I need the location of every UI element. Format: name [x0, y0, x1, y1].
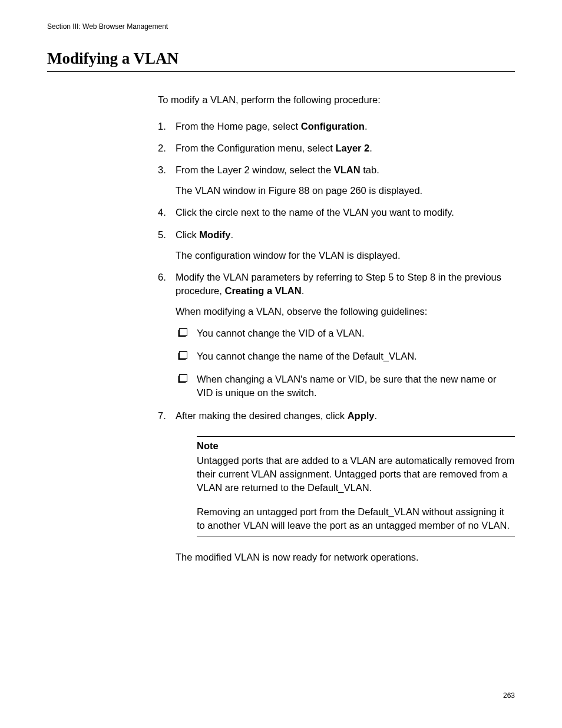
- guideline-text: You cannot change the name of the Defaul…: [197, 351, 417, 361]
- step-text: Modify the VLAN parameters by referring …: [176, 272, 501, 296]
- step-number: 3.: [158, 163, 166, 177]
- step-number: 7.: [158, 409, 166, 423]
- step-number: 5.: [158, 228, 166, 242]
- step-text: From the Home page, select Configuration…: [176, 121, 368, 131]
- step-text: From the Configuration menu, select Laye…: [176, 143, 372, 153]
- guideline-item: You cannot change the name of the Defaul…: [176, 350, 515, 363]
- checkbox-icon: [179, 328, 187, 336]
- content-body: To modify a VLAN, perform the following …: [158, 93, 515, 564]
- note-paragraph: Untagged ports that are added to a VLAN …: [197, 454, 515, 495]
- step-extra-text: When modifying a VLAN, observe the follo…: [176, 305, 515, 318]
- checkbox-icon: [179, 374, 187, 382]
- step-extra-text: The VLAN window in Figure 88 on page 260…: [176, 184, 515, 197]
- checkbox-icon: [179, 351, 187, 359]
- guidelines-list: You cannot change the VID of a VLAN. You…: [176, 327, 515, 400]
- guideline-item: You cannot change the VID of a VLAN.: [176, 327, 515, 340]
- step-3: 3. From the Layer 2 window, select the V…: [158, 163, 515, 197]
- note-paragraph: Removing an untagged port from the Defau…: [197, 505, 515, 532]
- step-extra-text: The configuration window for the VLAN is…: [176, 249, 515, 262]
- step-7: 7. After making the desired changes, cli…: [158, 409, 515, 536]
- page-number: 263: [503, 691, 515, 700]
- closing-paragraph: The modified VLAN is now ready for netwo…: [158, 551, 515, 564]
- step-text: After making the desired changes, click …: [176, 410, 377, 421]
- note-title: Note: [197, 439, 515, 453]
- guideline-item: When changing a VLAN's name or VID, be s…: [176, 373, 515, 400]
- step-5: 5. Click Modify. The configuration windo…: [158, 228, 515, 262]
- step-6: 6. Modify the VLAN parameters by referri…: [158, 271, 515, 400]
- step-text: Click Modify.: [176, 229, 233, 240]
- guideline-text: You cannot change the VID of a VLAN.: [197, 328, 365, 338]
- intro-paragraph: To modify a VLAN, perform the following …: [158, 93, 515, 107]
- note-block: Note Untagged ports that are added to a …: [197, 436, 515, 537]
- step-text: From the Layer 2 window, select the VLAN…: [176, 164, 379, 175]
- step-number: 1.: [158, 120, 166, 133]
- step-4: 4. Click the circle next to the name of …: [158, 206, 515, 219]
- step-number: 6.: [158, 271, 166, 284]
- procedure-list: 1. From the Home page, select Configurat…: [158, 120, 515, 536]
- step-2: 2. From the Configuration menu, select L…: [158, 141, 515, 155]
- section-header: Section III: Web Browser Management: [47, 22, 515, 31]
- step-number: 2.: [158, 141, 166, 155]
- guideline-text: When changing a VLAN's name or VID, be s…: [197, 374, 497, 398]
- step-number: 4.: [158, 206, 166, 219]
- step-text: Click the circle next to the name of the…: [176, 207, 454, 218]
- step-1: 1. From the Home page, select Configurat…: [158, 120, 515, 133]
- page-title: Modifying a VLAN: [47, 50, 515, 72]
